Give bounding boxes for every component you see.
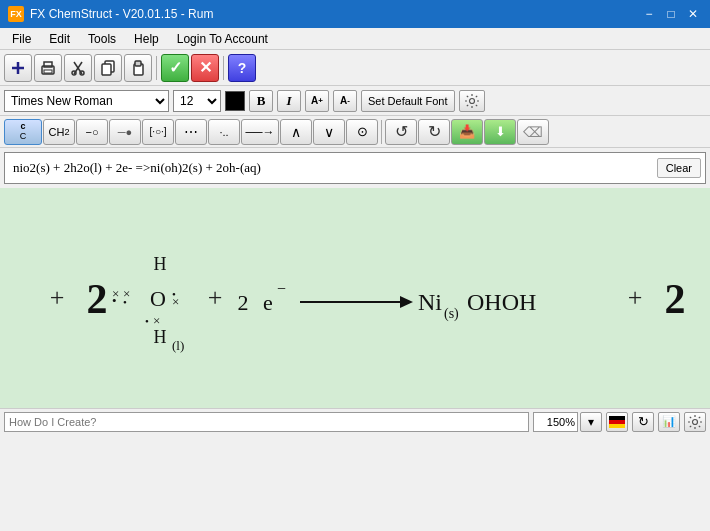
new-button[interactable] [4, 54, 32, 82]
electron-e: e [263, 290, 273, 315]
svg-rect-10 [102, 64, 111, 75]
dots-center-button[interactable]: ⋯ [175, 119, 207, 145]
refresh-button[interactable]: ↻ [632, 412, 654, 432]
dots-circle-button[interactable]: ⊙ [346, 119, 378, 145]
bold-button[interactable]: B [249, 90, 273, 112]
toolbar-separator-2 [223, 56, 224, 80]
zoom-input[interactable] [533, 412, 578, 432]
svg-rect-22 [609, 420, 625, 424]
plus-sign-2: + [208, 283, 223, 312]
settings-button[interactable] [684, 412, 706, 432]
bracket-button[interactable]: [·○·] [142, 119, 174, 145]
superscript-up-button[interactable]: A+ [305, 90, 329, 112]
svg-rect-21 [609, 416, 625, 420]
menu-tools[interactable]: Tools [80, 30, 124, 48]
svg-rect-23 [609, 424, 625, 428]
carbon-chain-button[interactable]: c C [4, 119, 42, 145]
minimize-button[interactable]: − [640, 5, 658, 23]
water-H-bottom: H [154, 327, 167, 347]
menu-help[interactable]: Help [126, 30, 167, 48]
arrow-right-button[interactable]: ──→ [241, 119, 279, 145]
redo-button[interactable]: ↻ [418, 119, 450, 145]
font-size-select[interactable]: 12 10 14 16 18 [173, 90, 221, 112]
water-H-top: H [154, 254, 167, 274]
cut-button[interactable] [64, 54, 92, 82]
chem-toolbar: c C CH2 −○ ─● [·○·] ⋯ ·.. ──→ ∧ ∨ ⊙ ↺ ↻ … [0, 116, 710, 148]
formula-text: nio2(s) + 2h2o(l) + 2e- =>ni(oh)2(s) + 2… [13, 160, 697, 176]
window-controls: − □ ✕ [640, 5, 702, 23]
chart-button[interactable]: 📊 [658, 412, 680, 432]
svg-text:•: • [123, 296, 127, 308]
menu-edit[interactable]: Edit [41, 30, 78, 48]
main-toolbar: ✓ ✕ ? [0, 50, 710, 86]
zoom-dropdown-button[interactable]: ▾ [580, 412, 602, 432]
close-button[interactable]: ✕ [684, 5, 702, 23]
wave-down-button[interactable]: ∨ [313, 119, 345, 145]
menu-login[interactable]: Login To Account [169, 30, 276, 48]
print-button[interactable] [34, 54, 62, 82]
superscript-down-button[interactable]: A- [333, 90, 357, 112]
svg-rect-3 [44, 62, 52, 67]
color-picker[interactable] [225, 91, 245, 111]
plus-sign-1: + [50, 283, 65, 312]
nickel-OHOH: OHOH [467, 289, 536, 315]
menu-bar: File Edit Tools Help Login To Account [0, 28, 710, 50]
app-icon: FX [8, 6, 24, 22]
svg-text:×: × [172, 294, 179, 309]
electron-2: 2 [238, 290, 249, 315]
font-family-select[interactable]: Times New Roman Arial Courier New [4, 90, 169, 112]
font-settings-button[interactable] [459, 90, 485, 112]
water-O: O [150, 286, 166, 311]
svg-text:•: • [112, 293, 117, 308]
plus-sign-3: + [628, 283, 643, 312]
dash-bond-button[interactable]: −○ [76, 119, 108, 145]
set-default-font-button[interactable]: Set Default Font [361, 90, 455, 112]
formula-bar: nio2(s) + 2h2o(l) + 2e- =>ni(oh)2(s) + 2… [4, 152, 706, 184]
confirm-button[interactable]: ✓ [161, 54, 189, 82]
export-button[interactable]: ⬇ [484, 119, 516, 145]
cancel-button[interactable]: ✕ [191, 54, 219, 82]
paste-button[interactable] [124, 54, 152, 82]
chemical-diagram: + 2 × • H O H (l) × • • × • × + 2 e − Ni [15, 198, 695, 398]
canvas-area[interactable]: + 2 × • H O H (l) × • • × • × + 2 e − Ni [0, 188, 710, 408]
coefficient-2-right: 2 [665, 276, 686, 322]
ch2-button[interactable]: CH2 [43, 119, 75, 145]
clear-button[interactable]: Clear [657, 158, 701, 178]
reaction-arrow-head [400, 296, 413, 308]
undo-button[interactable]: ↺ [385, 119, 417, 145]
toolbar-separator-1 [156, 56, 157, 80]
nickel-Ni: Ni [418, 289, 442, 315]
help-button[interactable]: ? [228, 54, 256, 82]
nickel-sub-s: (s) [444, 306, 459, 322]
eraser-button[interactable]: ⌫ [517, 119, 549, 145]
help-input[interactable] [4, 412, 529, 432]
dots-right-button[interactable]: ·.. [208, 119, 240, 145]
svg-rect-12 [135, 61, 141, 66]
coefficient-2-left: 2 [87, 276, 108, 322]
zoom-area: ▾ [533, 412, 602, 432]
menu-file[interactable]: File [4, 30, 39, 48]
maximize-button[interactable]: □ [662, 5, 680, 23]
status-bar: ▾ ↻ 📊 [0, 408, 710, 434]
subscript-l: (l) [172, 338, 184, 353]
title-bar: FX FX ChemStruct - V20.01.15 - Rum − □ ✕ [0, 0, 710, 28]
electron-minus: − [277, 280, 286, 297]
chem-toolbar-sep [381, 120, 382, 144]
import-button[interactable]: 📥 [451, 119, 483, 145]
svg-text:×: × [153, 313, 160, 328]
svg-rect-4 [44, 70, 52, 73]
font-bar: Times New Roman Arial Courier New 12 10 … [0, 86, 710, 116]
title-text: FX ChemStruct - V20.01.15 - Rum [30, 7, 213, 21]
svg-text:•: • [145, 315, 149, 327]
italic-button[interactable]: I [277, 90, 301, 112]
dash-bold-bond-button[interactable]: ─● [109, 119, 141, 145]
copy-button[interactable] [94, 54, 122, 82]
flag-de-button[interactable] [606, 412, 628, 432]
wave-up-button[interactable]: ∧ [280, 119, 312, 145]
